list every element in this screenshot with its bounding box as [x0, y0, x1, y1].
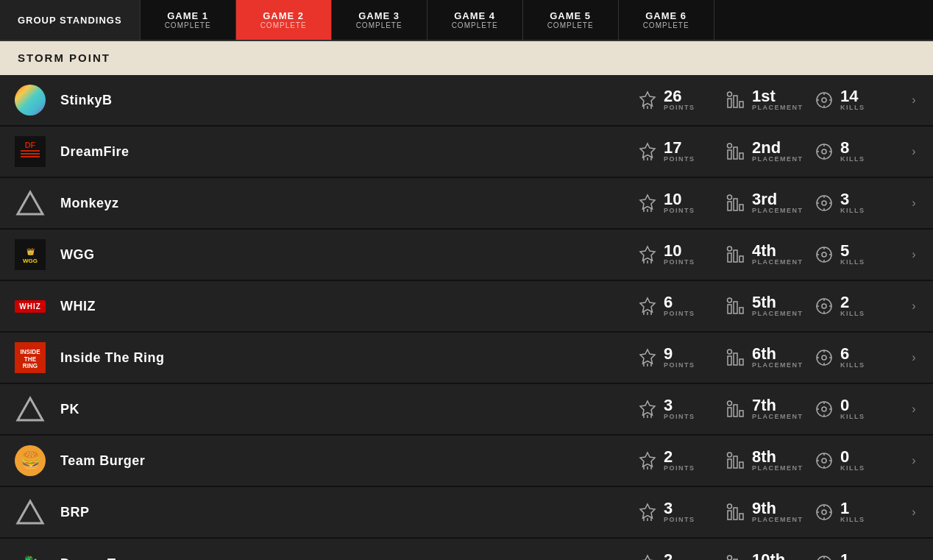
team-row[interactable]: 🐉 Dream Team 2 POINTS 10th PLACEMENT [0, 539, 933, 560]
kills-label: KILLS [840, 517, 865, 524]
kills-label: KILLS [840, 311, 865, 318]
svg-rect-76 [739, 411, 743, 417]
team-logo [12, 82, 49, 118]
points-label: POINTS [664, 208, 695, 215]
nav-tabs: GROUP STANDINGS GAME 1 COMPLETE GAME 2 C… [0, 0, 933, 41]
tab-game-1[interactable]: GAME 1 COMPLETE [141, 0, 236, 40]
svg-point-79 [822, 407, 826, 411]
tab-game-3[interactable]: GAME 3 COMPLETE [332, 0, 428, 40]
tab-sub: COMPLETE [165, 21, 211, 29]
expand-icon[interactable]: › [907, 196, 921, 210]
team-row[interactable]: StinkyB 26 POINTS 1st PLACEMENT 1 [0, 75, 933, 127]
tab-game-4[interactable]: GAME 4 COMPLETE [428, 0, 523, 40]
stat-placement: 6th PLACEMENT [724, 346, 812, 369]
expand-icon[interactable]: › [907, 453, 921, 468]
team-logo: DF [12, 133, 49, 170]
stat-points: 10 POINTS [636, 191, 724, 215]
stat-points: 2 POINTS [636, 552, 724, 560]
team-logo-img [15, 188, 46, 219]
svg-point-87 [728, 453, 732, 457]
tab-label: GAME 6 [645, 10, 687, 21]
points-icon [636, 500, 659, 524]
points-value: 17 [664, 140, 695, 156]
svg-rect-95 [728, 511, 731, 520]
expand-icon[interactable]: › [907, 299, 921, 313]
kills-value: 3 [840, 191, 865, 208]
svg-rect-75 [734, 405, 737, 417]
svg-rect-16 [734, 147, 737, 159]
points-label: POINTS [664, 517, 695, 524]
svg-point-52 [728, 298, 732, 302]
points-value: 26 [664, 88, 695, 104]
expand-icon[interactable]: › [907, 402, 921, 417]
placement-value: 8th [752, 449, 803, 465]
kills-value: 1 [840, 552, 865, 560]
team-logo-img: WHIZ [15, 300, 46, 313]
svg-marker-94 [18, 501, 43, 523]
stat-kills: 2 KILLS [812, 294, 901, 318]
placement-value: 10th [752, 552, 803, 560]
svg-rect-28 [739, 205, 743, 210]
stat-points: 9 POINTS [636, 346, 724, 369]
team-row[interactable]: Monkeyz 10 POINTS 3rd PLACEMENT 3 [0, 178, 933, 230]
svg-point-77 [728, 401, 732, 405]
stat-placement: 9th PLACEMENT [724, 500, 812, 524]
team-row[interactable]: 👑 WGG WGG 10 POINTS 4th PLACEMENT [0, 230, 933, 281]
expand-icon[interactable]: › [907, 556, 921, 560]
placement-label: PLACEMENT [752, 414, 803, 421]
svg-text:RING: RING [23, 363, 38, 369]
stat-kills: 5 KILLS [812, 243, 901, 266]
expand-icon[interactable]: › [907, 505, 921, 520]
placement-label: PLACEMENT [752, 104, 803, 112]
kills-icon [812, 243, 836, 266]
tab-label: GROUP STANDINGS [18, 15, 122, 26]
points-icon [636, 346, 659, 369]
points-label: POINTS [664, 465, 695, 472]
team-name: BRP [60, 505, 636, 520]
svg-rect-84 [728, 459, 731, 468]
stat-placement: 7th PLACEMENT [724, 397, 812, 421]
kills-icon [812, 500, 836, 524]
svg-point-42 [728, 247, 732, 251]
team-row[interactable]: 🍔 Team Burger 2 POINTS 8th PLACEMENT [0, 436, 933, 487]
team-row[interactable]: INSIDE THE RING Inside The Ring 9 POINTS… [0, 333, 933, 384]
placement-icon [724, 500, 748, 524]
team-row[interactable]: DF DreamFire 17 POINTS 2nd PLACEMENT [0, 127, 933, 178]
kills-label: KILLS [840, 156, 865, 163]
stat-placement: 4th PLACEMENT [724, 243, 812, 266]
section-header: STORM POINT [0, 41, 933, 75]
team-row[interactable]: BRP 3 POINTS 9th PLACEMENT 1 [0, 487, 933, 539]
team-logo-img: DF [15, 136, 46, 167]
svg-rect-97 [739, 514, 743, 520]
tab-game-2[interactable]: GAME 2 COMPLETE [236, 0, 332, 40]
svg-rect-49 [728, 305, 731, 313]
kills-icon [812, 140, 836, 163]
svg-rect-85 [734, 456, 737, 468]
tab-game-6[interactable]: GAME 6 COMPLETE [619, 0, 714, 40]
expand-icon[interactable]: › [907, 144, 921, 159]
points-label: POINTS [664, 362, 695, 369]
team-row[interactable]: PK 3 POINTS 7th PLACEMENT 0 [0, 384, 933, 436]
tab-label: GAME 1 [167, 10, 208, 21]
expand-icon[interactable]: › [907, 93, 921, 107]
points-label: POINTS [664, 414, 695, 421]
stat-points: 2 POINTS [636, 449, 724, 472]
tab-group-standings[interactable]: GROUP STANDINGS [0, 0, 141, 40]
kills-label: KILLS [840, 259, 865, 266]
tab-game-5[interactable]: GAME 5 COMPLETE [523, 0, 619, 40]
svg-point-3 [728, 92, 732, 96]
placement-icon [724, 346, 748, 369]
kills-value: 6 [840, 346, 865, 362]
points-icon [636, 88, 659, 112]
placement-label: PLACEMENT [752, 208, 803, 215]
expand-icon[interactable]: › [907, 247, 921, 262]
team-row[interactable]: WHIZ WHIZ 6 POINTS 5th PLACEMENT [0, 281, 933, 333]
svg-rect-15 [728, 150, 731, 159]
expand-icon[interactable]: › [907, 350, 921, 365]
team-logo [12, 391, 49, 428]
kills-value: 0 [840, 449, 865, 465]
points-label: POINTS [664, 156, 695, 163]
team-logo [12, 185, 49, 221]
stat-kills: 14 KILLS [812, 88, 901, 112]
stat-kills: 8 KILLS [812, 140, 901, 163]
